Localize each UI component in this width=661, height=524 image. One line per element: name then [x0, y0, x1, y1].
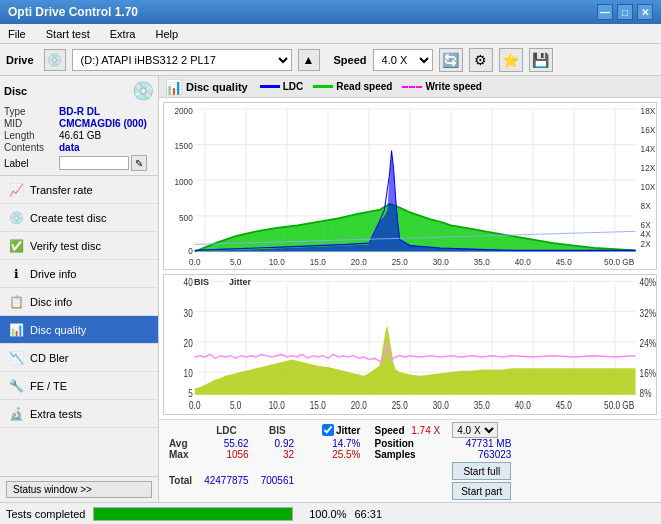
mid-label: MID: [4, 118, 59, 129]
svg-text:40%: 40%: [640, 278, 656, 289]
charts-container: 2000 1500 1000 500 0 18X 16X 14X 12X 10X…: [159, 98, 661, 419]
position-label-cell: Position: [366, 438, 446, 449]
svg-text:5.0: 5.0: [230, 400, 241, 411]
settings-button[interactable]: ⚙: [469, 48, 493, 72]
jitter-max: 25.5%: [316, 449, 366, 460]
svg-text:45.0: 45.0: [556, 256, 572, 267]
svg-text:10.0: 10.0: [269, 400, 285, 411]
stats-table: LDC BIS Jitter Speed 1.74 X: [163, 422, 517, 500]
start-part-button[interactable]: Start part: [452, 482, 511, 500]
sidebar-item-fe-te[interactable]: 🔧 FE / TE: [0, 372, 158, 400]
sidebar-item-drive-info[interactable]: ℹ Drive info: [0, 260, 158, 288]
svg-text:30.0: 30.0: [433, 256, 449, 267]
type-label: Type: [4, 106, 59, 117]
mid-value: CMCMAGDI6 (000): [59, 118, 154, 129]
menu-extra[interactable]: Extra: [106, 27, 140, 41]
minimize-button[interactable]: —: [597, 4, 613, 20]
speed-stat-label: Speed: [374, 425, 404, 436]
svg-text:35.0: 35.0: [474, 256, 490, 267]
menu-help[interactable]: Help: [151, 27, 182, 41]
label-input[interactable]: [59, 156, 129, 170]
total-label: Total: [163, 460, 198, 500]
transfer-rate-icon: 📈: [8, 182, 24, 198]
jitter-checkbox[interactable]: [322, 424, 334, 436]
label-edit-button[interactable]: ✎: [131, 155, 147, 171]
app-title: Opti Drive Control 1.70: [8, 5, 138, 19]
drive-select[interactable]: (D:) ATAPI iHBS312 2 PL17: [72, 49, 292, 71]
samples-label: Samples: [374, 449, 415, 460]
create-test-disc-label: Create test disc: [30, 212, 106, 224]
verify-test-disc-icon: ✅: [8, 238, 24, 254]
main-area: Disc 💿 Type BD-R DL MID CMCMAGDI6 (000) …: [0, 76, 661, 502]
extra-tests-icon: 🔬: [8, 406, 24, 422]
svg-text:0: 0: [188, 245, 193, 256]
speed-label: Speed: [334, 54, 367, 66]
chart-header-icon: 📊: [165, 79, 182, 95]
legend-write: Write speed: [402, 81, 482, 92]
start-full-button[interactable]: Start full: [452, 462, 511, 480]
svg-text:15.0: 15.0: [310, 256, 326, 267]
drive-bar: Drive 💿 (D:) ATAPI iHBS312 2 PL17 ▲ Spee…: [0, 44, 661, 76]
speed-stat-value: 1.74 X: [411, 425, 440, 436]
sidebar-item-transfer-rate[interactable]: 📈 Transfer rate: [0, 176, 158, 204]
svg-text:18X: 18X: [641, 105, 656, 116]
content-area: 📊 Disc quality LDC Read speed Write spee…: [159, 76, 661, 502]
bottom-stats-bar: LDC BIS Jitter Speed 1.74 X: [159, 419, 661, 502]
samples-label-cell: Samples: [366, 449, 446, 460]
svg-text:40: 40: [184, 278, 193, 289]
length-value: 46.61 GB: [59, 130, 154, 141]
status-text: Tests completed: [6, 508, 85, 520]
speed-stat-select[interactable]: 4.0 X: [452, 422, 498, 438]
svg-text:2X: 2X: [641, 238, 651, 249]
write-legend-color: [402, 86, 422, 88]
sidebar-item-create-test-disc[interactable]: 💿 Create test disc: [0, 204, 158, 232]
svg-text:20.0: 20.0: [351, 256, 367, 267]
disc-icon: 💿: [132, 80, 154, 102]
sidebar-item-disc-info[interactable]: 📋 Disc info: [0, 288, 158, 316]
svg-text:14X: 14X: [641, 143, 656, 154]
fe-te-icon: 🔧: [8, 378, 24, 394]
eject-button[interactable]: ▲: [298, 49, 320, 71]
ldc-avg: 55.62: [198, 438, 255, 449]
max-label: Max: [163, 449, 198, 460]
menu-file[interactable]: File: [4, 27, 30, 41]
jitter-checkbox-cell: Jitter: [316, 422, 366, 438]
position-label: Position: [374, 438, 413, 449]
contents-label: Contents: [4, 142, 59, 153]
maximize-button[interactable]: □: [617, 4, 633, 20]
star-button[interactable]: ⭐: [499, 48, 523, 72]
bis-total: 700561: [255, 460, 300, 500]
drive-info-label: Drive info: [30, 268, 76, 280]
drive-icon-button[interactable]: 💿: [44, 49, 66, 71]
close-button[interactable]: ✕: [637, 4, 653, 20]
cd-bler-label: CD Bler: [30, 352, 69, 364]
save-button[interactable]: 💾: [529, 48, 553, 72]
svg-text:20.0: 20.0: [351, 400, 367, 411]
nav-items: 📈 Transfer rate 💿 Create test disc ✅ Ver…: [0, 176, 158, 476]
read-legend-color: [313, 85, 333, 88]
svg-text:500: 500: [179, 212, 193, 223]
status-window-button[interactable]: Status window >>: [6, 481, 152, 498]
svg-text:10X: 10X: [641, 181, 656, 192]
svg-text:50.0 GB: 50.0 GB: [604, 256, 634, 267]
drive-label: Drive: [6, 54, 34, 66]
ldc-total: 42477875: [198, 460, 255, 500]
sidebar-item-disc-quality[interactable]: 📊 Disc quality: [0, 316, 158, 344]
sidebar-item-verify-test-disc[interactable]: ✅ Verify test disc: [0, 232, 158, 260]
sidebar-item-extra-tests[interactable]: 🔬 Extra tests: [0, 400, 158, 428]
samples-value: 763023: [446, 449, 517, 460]
length-label: Length: [4, 130, 59, 141]
menu-start-test[interactable]: Start test: [42, 27, 94, 41]
menu-bar: File Start test Extra Help: [0, 24, 661, 44]
svg-text:25.0: 25.0: [392, 256, 408, 267]
fe-te-label: FE / TE: [30, 380, 67, 392]
title-bar: Opti Drive Control 1.70 — □ ✕: [0, 0, 661, 24]
speed-select[interactable]: 4.0 X: [373, 49, 433, 71]
svg-text:12X: 12X: [641, 162, 656, 173]
sidebar-item-cd-bler[interactable]: 📉 CD Bler: [0, 344, 158, 372]
chart-title: Disc quality: [186, 81, 248, 93]
window-controls: — □ ✕: [597, 4, 653, 20]
svg-text:40.0: 40.0: [515, 256, 531, 267]
refresh-button[interactable]: 🔄: [439, 48, 463, 72]
svg-text:1000: 1000: [174, 176, 192, 187]
